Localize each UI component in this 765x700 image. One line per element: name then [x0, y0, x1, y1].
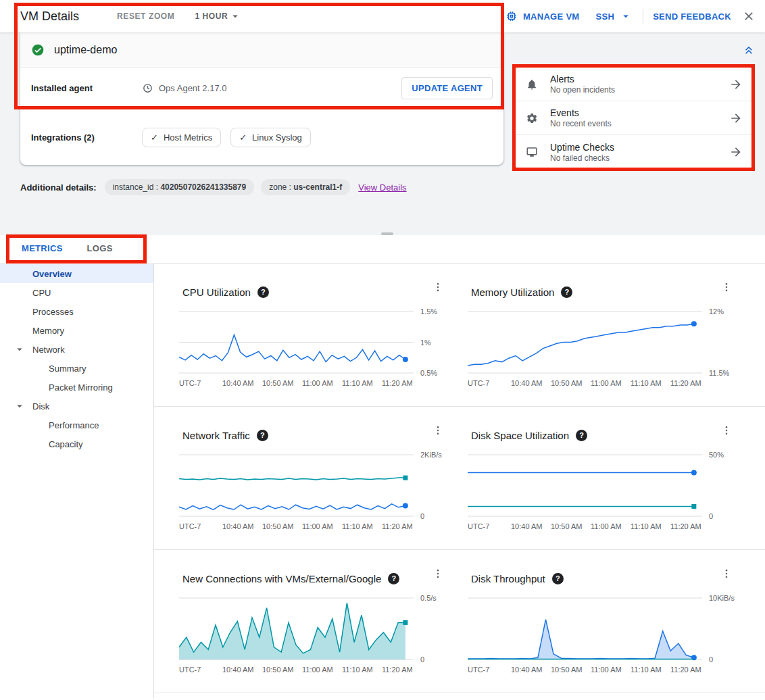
arrow-right-icon[interactable]	[729, 111, 743, 125]
x-axis-label: 11:10 AM	[342, 522, 373, 530]
x-axis-label: 11:00 AM	[302, 666, 333, 674]
topbar-divider	[643, 9, 643, 24]
arrow-right-icon[interactable]	[729, 145, 743, 159]
side-panel-text: AlertsNo open incidents	[550, 74, 615, 95]
y-axis-label: 11.5%	[709, 369, 729, 377]
y-axis-label: 0.5/s	[420, 594, 437, 602]
help-icon[interactable]: ?	[388, 573, 399, 584]
vm-card: uptime-demo Installed agent Ops Agent 2.…	[20, 32, 503, 165]
chart-title: Disk Space Utilization	[471, 430, 569, 441]
sidebar-item-memory[interactable]: Memory	[0, 321, 153, 340]
update-agent-button[interactable]: UPDATE AGENT	[401, 77, 493, 99]
time-range-dropdown[interactable]: 1 HOUR	[195, 10, 241, 22]
monitor-icon	[526, 146, 541, 158]
chart-header: New Connections with VMs/External/Google…	[154, 570, 443, 586]
ssh-dropdown-caret[interactable]	[620, 10, 632, 22]
sidebar-item-processes[interactable]: Processes	[0, 302, 153, 321]
chart-header: Memory Utilization?	[443, 284, 765, 300]
chart-plot[interactable]	[179, 596, 414, 661]
y-axis-label: 50%	[709, 451, 724, 459]
sidebar-item-performance[interactable]: Performance	[0, 416, 153, 434]
x-axis-label: 11:00 AM	[302, 522, 333, 530]
side-panel-text: EventsNo recent events	[550, 107, 612, 128]
sidebar-item-disk[interactable]: Disk	[0, 397, 153, 416]
tab-metrics[interactable]: METRICS	[12, 235, 72, 263]
additional-details-label: Additional details:	[20, 182, 97, 193]
reset-zoom-button[interactable]: RESET ZOOM	[117, 11, 174, 21]
detail-chip-key: instance_id :	[113, 182, 161, 192]
collapse-panel-icon[interactable]	[742, 43, 756, 57]
side-panel-item-uptime-checks[interactable]: Uptime ChecksNo failed checks	[515, 135, 754, 169]
chart-header: Disk Throughput?	[443, 570, 765, 586]
chevron-down-icon[interactable]	[14, 343, 26, 355]
sidebar-item-cpu[interactable]: CPU	[0, 283, 153, 302]
send-feedback-label: SEND FEEDBACK	[653, 11, 731, 22]
metrics-panel: METRICSLOGS OverviewCPUProcessesMemoryNe…	[0, 235, 765, 700]
drag-handle[interactable]	[381, 232, 393, 235]
chart-title: Memory Utilization	[471, 286, 554, 298]
x-axis-label: 11:10 AM	[631, 522, 662, 530]
help-icon[interactable]: ?	[257, 430, 268, 441]
manage-vm-button[interactable]: MANAGE VM	[505, 10, 580, 22]
side-panel-item-alerts[interactable]: AlertsNo open incidents	[515, 68, 754, 101]
tab-logs[interactable]: LOGS	[78, 235, 122, 263]
integration-chip-linux-syslog[interactable]: ✓Linux Syslog	[230, 128, 311, 147]
installed-agent-label: Installed agent	[31, 83, 142, 93]
detail-chip-instance-id[interactable]: instance_id : 4020507026241335879	[105, 179, 255, 195]
page-title: VM Details	[20, 9, 79, 24]
x-axis-labels: UTC-710:40 AM10:50 AM11:00 AM11:10 AM11:…	[179, 379, 443, 389]
chart-title: New Connections with VMs/External/Google	[182, 573, 381, 584]
chart-header: Network Traffic?	[154, 427, 443, 443]
chevron-down-icon[interactable]	[14, 400, 26, 412]
chart-plot[interactable]	[179, 453, 414, 518]
x-axis-label: 10:50 AM	[262, 666, 293, 674]
x-axis-label: 11:20 AM	[670, 379, 701, 387]
close-icon[interactable]	[742, 9, 756, 23]
help-icon[interactable]: ?	[552, 573, 564, 584]
x-axis-label: 10:50 AM	[551, 666, 582, 674]
x-axis-label: 11:00 AM	[591, 379, 622, 387]
detail-chip-value: 4020507026241335879	[160, 182, 246, 192]
x-axis-label: 11:20 AM	[382, 379, 413, 387]
detail-chip-key: zone :	[269, 182, 293, 192]
x-axis-label: 10:50 AM	[262, 522, 293, 530]
chart-plot[interactable]	[468, 596, 702, 661]
y-axis-label: 0	[709, 512, 713, 520]
chart-plot[interactable]	[468, 309, 702, 375]
help-icon[interactable]: ?	[561, 286, 572, 298]
status-ok-icon	[31, 43, 45, 57]
chart-body: 12%11.5%	[468, 309, 765, 375]
send-feedback-button[interactable]: SEND FEEDBACK	[653, 11, 731, 22]
arrow-right-icon[interactable]	[729, 78, 743, 91]
chart-title: CPU Utilization	[182, 286, 251, 298]
kebab-menu-icon[interactable]	[720, 568, 733, 580]
integration-chip-host-metrics[interactable]: ✓Host Metrics	[142, 128, 221, 147]
x-axis-label: 11:00 AM	[302, 379, 333, 387]
sidebar-item-summary[interactable]: Summary	[0, 359, 153, 378]
sidebar-item-overview[interactable]: Overview	[0, 264, 153, 283]
help-icon[interactable]: ?	[576, 430, 587, 441]
x-axis-label: 11:20 AM	[382, 666, 413, 674]
x-axis-label: 10:50 AM	[551, 522, 582, 530]
detail-chips: instance_id : 4020507026241335879zone : …	[105, 179, 351, 195]
view-details-link[interactable]: View Details	[358, 182, 406, 193]
chart-plot[interactable]	[468, 453, 702, 518]
x-axis-labels: UTC-710:40 AM10:50 AM11:00 AM11:10 AM11:…	[468, 522, 765, 532]
side-panel-item-events[interactable]: EventsNo recent events	[515, 101, 754, 135]
detail-chip-zone[interactable]: zone : us-central1-f	[261, 179, 350, 195]
x-axis-label: 10:40 AM	[511, 666, 542, 674]
kebab-menu-icon[interactable]	[720, 424, 733, 436]
vm-details-panel: VM Details RESET ZOOM 1 HOUR MANAGE VM S…	[0, 0, 765, 700]
chart-plot[interactable]	[179, 309, 414, 375]
sidebar-item-capacity[interactable]: Capacity	[0, 434, 153, 453]
chart-title: Disk Throughput	[471, 573, 545, 584]
sidebar-item-network[interactable]: Network	[0, 340, 153, 359]
kebab-menu-icon[interactable]	[720, 281, 733, 293]
sidebar-item-packet-mirroring[interactable]: Packet Mirroring	[0, 378, 153, 397]
help-icon[interactable]: ?	[257, 286, 269, 298]
x-axis-labels: UTC-710:40 AM10:50 AM11:00 AM11:10 AM11:…	[179, 666, 443, 675]
additional-details: Additional details: instance_id : 402050…	[20, 179, 407, 195]
x-axis-label: 11:10 AM	[631, 666, 662, 674]
ssh-button[interactable]: SSH	[596, 11, 615, 22]
sidebar-item-label: Capacity	[49, 439, 83, 449]
